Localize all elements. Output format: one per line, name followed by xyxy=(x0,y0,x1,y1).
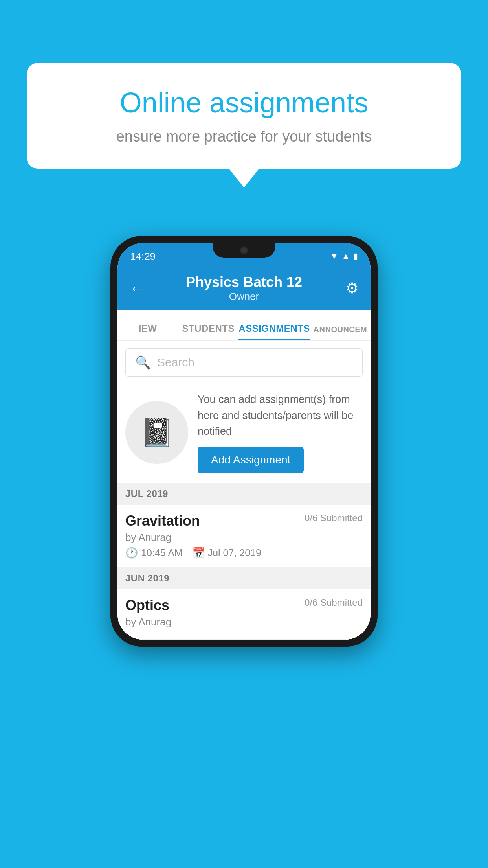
assignment-item-gravitation[interactable]: Gravitation 0/6 Submitted by Anurag 🕐 10… xyxy=(117,505,371,567)
info-description: You can add assignment(s) from here and … xyxy=(198,392,363,440)
tab-iew[interactable]: IEW xyxy=(117,323,178,340)
battery-icon: ▮ xyxy=(353,251,358,261)
assignment-author-gravitation: by Anurag xyxy=(125,531,363,544)
search-placeholder: Search xyxy=(157,356,194,369)
search-icon: 🔍 xyxy=(135,355,151,370)
section-label-jun: JUN 2019 xyxy=(125,573,169,583)
tabs-container: IEW STUDENTS ASSIGNMENTS ANNOUNCEM xyxy=(117,310,371,341)
status-time: 14:29 xyxy=(130,250,156,263)
speech-subtitle: ensure more practice for your students xyxy=(58,128,430,145)
assignment-title-optics: Optics xyxy=(125,597,169,614)
assignment-date: 📅 Jul 07, 2019 xyxy=(192,547,261,559)
assignment-submitted-optics: 0/6 Submitted xyxy=(305,597,363,608)
phone-mockup: 14:29 ▼ ▲ ▮ ← Physics Batch 12 Owner ⚙ I… xyxy=(110,236,378,647)
assignment-item-optics[interactable]: Optics 0/6 Submitted by Anurag xyxy=(117,589,371,640)
assignment-top-row-optics: Optics 0/6 Submitted xyxy=(125,597,363,614)
content-area: 🔍 Search 📓 You can add assignment(s) fro… xyxy=(117,341,371,640)
search-bar[interactable]: 🔍 Search xyxy=(125,348,363,377)
header-title: Physics Batch 12 xyxy=(149,274,339,291)
speech-bubble-container: Online assignments ensure more practice … xyxy=(27,63,461,169)
assignment-submitted-gravitation: 0/6 Submitted xyxy=(305,513,363,524)
assignment-time-value: 10:45 AM xyxy=(141,547,183,559)
search-container: 🔍 Search xyxy=(117,341,371,384)
assignment-top-row: Gravitation 0/6 Submitted xyxy=(125,513,363,529)
calendar-icon: 📅 xyxy=(192,547,205,559)
assignment-author-optics: by Anurag xyxy=(125,616,363,628)
speech-bubble: Online assignments ensure more practice … xyxy=(27,63,461,169)
phone-notch xyxy=(213,243,275,258)
back-button[interactable]: ← xyxy=(129,280,149,297)
speech-title: Online assignments xyxy=(58,86,430,119)
phone-outer: 14:29 ▼ ▲ ▮ ← Physics Batch 12 Owner ⚙ I… xyxy=(110,236,378,647)
info-section: 📓 You can add assignment(s) from here an… xyxy=(117,384,371,483)
tab-assignments[interactable]: ASSIGNMENTS xyxy=(238,323,310,340)
status-icons: ▼ ▲ ▮ xyxy=(330,251,358,261)
tab-students[interactable]: STUDENTS xyxy=(178,323,238,340)
phone-screen: 14:29 ▼ ▲ ▮ ← Physics Batch 12 Owner ⚙ I… xyxy=(117,243,371,640)
phone-camera xyxy=(240,246,248,254)
assignment-meta-gravitation: 🕐 10:45 AM 📅 Jul 07, 2019 xyxy=(125,547,363,559)
assignment-time: 🕐 10:45 AM xyxy=(125,547,183,559)
section-header-jul: JUL 2019 xyxy=(117,483,371,505)
assignment-title-gravitation: Gravitation xyxy=(125,513,200,529)
signal-icon: ▲ xyxy=(341,251,350,261)
section-label-jul: JUL 2019 xyxy=(125,488,168,499)
notebook-icon-circle: 📓 xyxy=(125,401,188,464)
tab-announcements[interactable]: ANNOUNCEM xyxy=(310,325,371,340)
header-subtitle: Owner xyxy=(149,291,339,303)
add-assignment-button[interactable]: Add Assignment xyxy=(198,447,304,473)
wifi-icon: ▼ xyxy=(330,251,338,261)
gear-icon[interactable]: ⚙ xyxy=(339,280,359,297)
header-title-container: Physics Batch 12 Owner xyxy=(149,274,339,303)
app-header: ← Physics Batch 12 Owner ⚙ xyxy=(117,267,371,310)
assignment-date-value: Jul 07, 2019 xyxy=(208,547,261,559)
notebook-icon: 📓 xyxy=(140,416,174,449)
section-header-jun: JUN 2019 xyxy=(117,567,371,589)
clock-icon: 🕐 xyxy=(125,547,138,559)
info-text-area: You can add assignment(s) from here and … xyxy=(198,392,363,473)
